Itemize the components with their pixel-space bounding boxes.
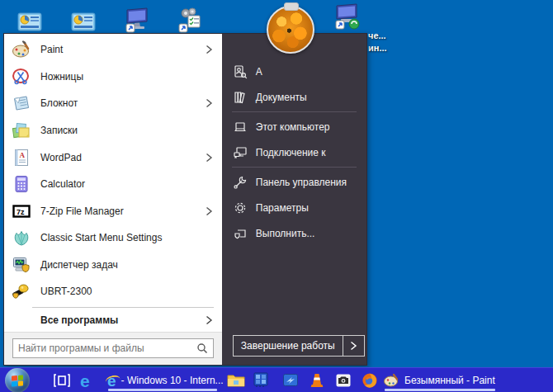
menu-item-label: Блокнот (40, 97, 204, 109)
shutdown-button[interactable]: Завершение работы (233, 335, 365, 357)
vlc-icon (309, 372, 325, 389)
all-programs-label: Все программы (40, 314, 204, 326)
firefox-icon (362, 372, 378, 389)
task-title: Безымянный - Paint (404, 375, 495, 386)
system-monitor-icon (17, 10, 42, 35)
seashell-icon (11, 227, 32, 248)
menu-item-label: Этот компьютер (256, 121, 330, 133)
user-files-icon (232, 64, 248, 80)
start-menu-places-column: A Документы Эт (222, 34, 366, 365)
taskbar-camera-button[interactable] (335, 368, 352, 392)
wordpad-icon: A (11, 147, 32, 168)
menu-item-calculator[interactable]: Calculator (4, 171, 222, 198)
taskbar-app-button-1[interactable] (253, 368, 269, 392)
documents-icon (232, 89, 248, 106)
7zip-icon: 7z (11, 201, 32, 222)
menu-item-label: Документы (256, 92, 307, 103)
folder-icon (227, 373, 245, 388)
blue-grid-app-icon (253, 372, 269, 389)
taskbar-edge-button[interactable]: e (80, 368, 90, 392)
menu-item-classic-start-menu-settings[interactable]: Classic Start Menu Settings (4, 224, 222, 252)
start-button[interactable] (2, 368, 32, 392)
menu-item-label: Classic Start Menu Settings (40, 232, 217, 243)
search-strip (4, 332, 222, 366)
svg-text:A: A (20, 151, 26, 159)
menu-item-label: 7-Zip File Manager (40, 205, 204, 217)
start-menu-panel: Paint Ножницы (3, 33, 367, 366)
notepad-icon (11, 92, 32, 114)
calculator-icon (11, 173, 32, 195)
chevron-right-icon (204, 44, 214, 55)
start-menu-programs-column: Paint Ножницы (4, 34, 222, 365)
menu-separator (232, 167, 357, 168)
menu-separator (232, 111, 357, 112)
taskbar-app-button-2[interactable] (282, 368, 299, 392)
taskbar-firefox-button[interactable] (362, 368, 378, 392)
desktop-icon-label-line1: че... (368, 30, 386, 41)
taskbar-vlc-button[interactable] (309, 368, 325, 392)
menu-item-control-panel[interactable]: Панель управления (222, 169, 366, 195)
menu-item-label: Записки (40, 125, 217, 136)
ubrt-tool-icon (11, 281, 32, 302)
internet-explorer-icon: e (107, 373, 116, 389)
desktop-icon-remote-computer[interactable] (333, 2, 357, 27)
connect-to-icon (232, 144, 248, 161)
desktop-icon-label-line2: ин... (368, 42, 387, 54)
menu-item-paint[interactable]: Paint (4, 36, 222, 64)
desktop-icon-tasks[interactable] (177, 7, 201, 31)
menu-item-label: Calculator (40, 178, 217, 190)
menu-item-connect-to[interactable]: Подключение к (222, 139, 366, 165)
menu-item-ubrt-2300[interactable]: UBRT-2300 (4, 278, 222, 305)
menu-item-label: Paint (40, 44, 204, 55)
search-box[interactable] (12, 338, 214, 358)
menu-item-all-programs[interactable]: Все программы (4, 309, 222, 332)
menu-item-snipping-tool[interactable]: Ножницы (4, 64, 222, 91)
windows-orb-icon (5, 368, 30, 392)
desktop-icon-system-monitor-2[interactable] (71, 10, 96, 35)
menu-item-label: Ножницы (40, 71, 217, 83)
task-manager-icon (11, 254, 32, 276)
computer-shortcut-icon (124, 7, 150, 33)
menu-item-this-pc[interactable]: Этот компьютер (222, 114, 366, 139)
paint-task-icon (383, 372, 399, 389)
shutdown-options-arrow[interactable] (343, 336, 364, 356)
user-avatar[interactable] (267, 6, 314, 54)
wrench-icon (232, 174, 248, 191)
menu-item-label: Параметры (256, 202, 309, 214)
scissors-icon (11, 66, 32, 87)
sticky-notes-icon (11, 120, 32, 141)
edge-icon: e (80, 372, 90, 390)
remote-computer-shortcut-icon (333, 2, 361, 31)
taskbar-file-explorer-button[interactable] (227, 368, 245, 392)
menu-item-notepad[interactable]: Блокнот (4, 90, 222, 117)
system-monitor-icon (71, 10, 96, 35)
menu-item-label: WordPad (40, 152, 204, 163)
svg-text:7z: 7z (17, 207, 25, 215)
menu-item-run[interactable]: Выполнить... (222, 220, 366, 246)
desktop-icon-computer[interactable] (124, 7, 149, 31)
task-view-button[interactable] (53, 368, 71, 392)
menu-item-label: Диспетчер задач (40, 259, 217, 271)
menu-item-label: Подключение к (256, 147, 326, 158)
gear-icon (232, 200, 248, 216)
menu-item-user-files[interactable]: A (222, 59, 366, 84)
desktop-icon-system-monitor-1[interactable] (17, 10, 42, 35)
paint-icon (11, 39, 32, 60)
menu-item-label: A (256, 66, 262, 78)
menu-item-task-manager[interactable]: Диспетчер задач (4, 252, 222, 279)
chevron-right-icon (204, 97, 214, 109)
menu-separator (32, 307, 214, 308)
active-task-indicator (108, 389, 217, 391)
search-input[interactable] (13, 342, 196, 354)
blue-diagonal-app-icon (282, 372, 299, 389)
tasks-shortcut-icon (177, 7, 203, 33)
menu-item-label: Выполнить... (256, 228, 315, 239)
menu-item-wordpad[interactable]: A WordPad (4, 144, 222, 171)
menu-item-documents[interactable]: Документы (222, 84, 366, 110)
menu-item-settings[interactable]: Параметры (222, 195, 366, 220)
active-task-indicator (385, 389, 495, 391)
search-icon (196, 342, 208, 354)
menu-item-7zip[interactable]: 7z 7-Zip File Manager (4, 197, 222, 224)
task-title: - Windows 10 - Intern... (121, 375, 224, 386)
menu-item-sticky-notes[interactable]: Записки (4, 117, 222, 144)
